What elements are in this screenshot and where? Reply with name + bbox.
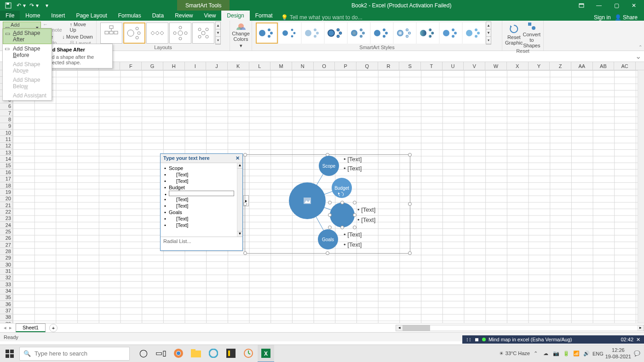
vertical-scrollbar[interactable]: [638, 70, 644, 323]
column-header[interactable]: I: [185, 62, 207, 70]
clock[interactable]: 12:26 19-08-2021: [605, 347, 631, 359]
column-header[interactable]: Z: [550, 62, 571, 70]
text-pane-footer[interactable]: Radial List...: [161, 237, 242, 245]
sheet-tab-1[interactable]: Sheet1: [16, 323, 46, 332]
column-header[interactable]: G: [142, 62, 163, 70]
row-header[interactable]: 33: [0, 281, 12, 288]
text-pane-item[interactable]: [Text]: [169, 171, 241, 178]
task-view-icon[interactable]: ▭▯: [153, 345, 169, 362]
cells-canvas[interactable]: Type your text here ✕ Scope[Text][Text]B…: [13, 70, 638, 323]
tab-formulas[interactable]: Formulas: [113, 11, 147, 21]
formula-expand-button[interactable]: ⌄: [632, 52, 644, 61]
battery-icon[interactable]: 🔋: [562, 351, 570, 356]
column-header[interactable]: AC: [614, 62, 636, 70]
column-header[interactable]: P: [335, 62, 356, 70]
smartart-node-goals[interactable]: Goals: [318, 229, 338, 249]
add-shape-after-item[interactable]: ▭ Add Shape After: [3, 28, 52, 44]
column-header[interactable]: W: [485, 62, 507, 70]
column-header[interactable]: V: [464, 62, 485, 70]
row-header[interactable]: 17: [0, 176, 12, 182]
tab-file[interactable]: File: [0, 11, 20, 21]
text-pane-item[interactable]: [Text]: [169, 196, 241, 203]
row-header[interactable]: 20: [0, 196, 12, 202]
layouts-gallery-scroll[interactable]: ▲▼▾: [215, 22, 221, 45]
collapse-ribbon-button[interactable]: ⌃: [638, 45, 642, 50]
layout-option-4[interactable]: [169, 23, 191, 44]
column-header[interactable]: S: [399, 62, 421, 70]
tell-me-input[interactable]: 💡 Tell me what you want to do...: [278, 14, 594, 21]
row-header[interactable]: 15: [0, 163, 12, 169]
column-header[interactable]: K: [228, 62, 249, 70]
column-header[interactable]: U: [443, 62, 464, 70]
chrome-icon[interactable]: [170, 345, 187, 362]
style-option-2[interactable]: [279, 23, 301, 44]
tab-view[interactable]: View: [199, 11, 222, 21]
text-pane-item[interactable]: Budget: [169, 184, 241, 191]
layout-option-5[interactable]: [192, 23, 214, 44]
style-option-8[interactable]: [417, 23, 439, 44]
row-header[interactable]: 26: [0, 235, 12, 242]
style-option-6[interactable]: [371, 23, 393, 44]
column-header[interactable]: AA: [571, 62, 593, 70]
row-header[interactable]: 38: [0, 314, 12, 321]
styles-gallery-scroll[interactable]: ▲▼▾: [486, 22, 491, 45]
move-up-button[interactable]: ↑ Move Up: [69, 22, 93, 34]
column-header[interactable]: T: [421, 62, 443, 70]
column-header[interactable]: J: [206, 62, 228, 70]
tab-review[interactable]: Review: [169, 11, 198, 21]
share-button[interactable]: 👤 Share: [615, 14, 638, 21]
style-option-4[interactable]: [325, 23, 347, 44]
text-pane-item[interactable]: [Text]: [169, 203, 241, 209]
style-option-1[interactable]: [256, 23, 278, 44]
qat-customize[interactable]: ▾: [41, 1, 52, 10]
smartart-center-node[interactable]: [289, 182, 326, 219]
row-header[interactable]: 29: [0, 255, 12, 261]
style-option-7[interactable]: [394, 23, 416, 44]
style-option-10[interactable]: [463, 23, 485, 44]
text-pane-item[interactable]: [Text]: [169, 222, 241, 228]
text-pane-scrollbar[interactable]: ▲ ▼: [237, 163, 242, 237]
style-option-5[interactable]: [348, 23, 370, 44]
taskbar-search[interactable]: 🔍 Type here to search: [19, 347, 130, 361]
sheet-nav[interactable]: ◂▸: [0, 325, 16, 331]
volume-icon[interactable]: 🔊: [582, 351, 591, 356]
notifications-icon[interactable]: 💬: [633, 351, 641, 356]
add-sheet-button[interactable]: +: [49, 324, 58, 332]
row-header[interactable]: 12: [0, 143, 12, 149]
column-header[interactable]: N: [292, 62, 314, 70]
change-colors-button[interactable]: Change Colors ▾: [230, 21, 252, 51]
text-pane-item[interactable]: Goals: [169, 209, 241, 215]
column-header[interactable]: O: [314, 62, 335, 70]
move-down-button[interactable]: ↓ Move Down: [62, 34, 93, 40]
maximize-button[interactable]: ▢: [608, 0, 625, 11]
tray-chevron-icon[interactable]: ⌃: [532, 351, 540, 356]
text-pane-close-icon[interactable]: ✕: [236, 155, 240, 161]
column-header[interactable]: Y: [529, 62, 550, 70]
recording-menu-icon[interactable]: ⫶⫶: [466, 337, 472, 342]
tab-insert[interactable]: Insert: [46, 11, 70, 21]
sign-in-link[interactable]: Sign in: [594, 14, 611, 21]
excel-taskbar-icon[interactable]: X: [258, 345, 274, 362]
add-shape-before-item[interactable]: ▭ Add Shape Before: [3, 44, 52, 60]
column-header[interactable]: X: [507, 62, 529, 70]
recording-bar[interactable]: ⫶⫶ ⏹ Mind map in excel (Esha Verma/Aug) …: [462, 335, 644, 344]
row-header[interactable]: 32: [0, 275, 12, 281]
layout-option-2[interactable]: [123, 23, 145, 44]
horizontal-scrollbar[interactable]: ◂▸: [396, 325, 644, 331]
row-header[interactable]: 39: [0, 321, 12, 323]
row-header[interactable]: 6: [0, 103, 12, 110]
meet-now-icon[interactable]: 📷: [552, 351, 560, 356]
undo-button[interactable]: ↶ ▾: [16, 1, 27, 10]
row-header[interactable]: 10: [0, 130, 12, 136]
row-header[interactable]: 37: [0, 307, 12, 314]
column-header[interactable]: AB: [593, 62, 615, 70]
smartart-bullet[interactable]: • [Text]: [344, 231, 362, 238]
column-header[interactable]: R: [378, 62, 400, 70]
row-header[interactable]: 18: [0, 182, 12, 189]
layout-option-1[interactable]: [100, 23, 122, 44]
style-option-9[interactable]: [440, 23, 462, 44]
formula-input[interactable]: [23, 51, 632, 62]
smartart-node-budget[interactable]: Budget: [332, 178, 352, 198]
style-option-3[interactable]: [302, 23, 324, 44]
row-header[interactable]: 13: [0, 149, 12, 156]
